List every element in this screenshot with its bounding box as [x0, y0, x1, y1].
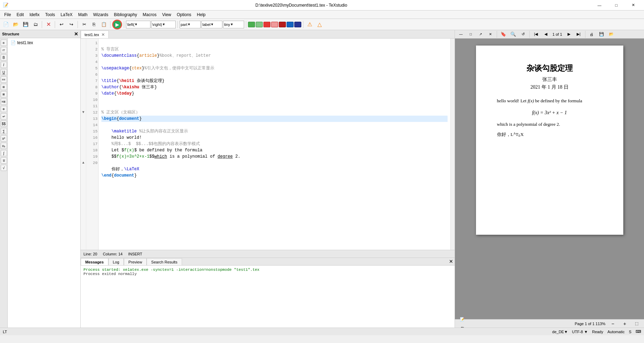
sidebar-icon-15[interactable]: x₁ — [1, 143, 7, 149]
editor-tab-test1[interactable]: test1.tex ✕ — [81, 30, 109, 38]
code-editor[interactable]: % 导言区 \documentclass{article}%book、repor… — [99, 39, 450, 250]
save-button[interactable]: 💾 — [21, 20, 30, 29]
minimize-button[interactable]: — — [591, 0, 608, 11]
prev-sep1 — [497, 31, 497, 38]
status-encoding[interactable]: UTF-8 ▼ — [572, 330, 588, 334]
pdf-para-1: hello world! Let f(x) be defined by the … — [497, 97, 602, 105]
preview-tb4[interactable]: ✕ — [486, 30, 495, 39]
cut-button[interactable]: ✂ — [80, 20, 89, 29]
structure-panel: Structure ✕ ≡ IT B I U ≡≡ ⊞ ⊠ ≡⊞ ⊕ ↵ $$ — [0, 30, 81, 328]
menu-view[interactable]: View — [159, 11, 174, 19]
tab-close-button[interactable]: ✕ — [101, 32, 105, 37]
preview-tb3[interactable]: ↗ — [476, 30, 485, 39]
sidebar-icon-4[interactable]: I — [1, 62, 7, 68]
preview-zoom-out[interactable]: − — [608, 320, 617, 328]
menu-edit[interactable]: Edit — [14, 11, 27, 19]
sidebar-icon-13[interactable]: ∑ — [1, 128, 7, 134]
menu-idefix[interactable]: Idefix — [27, 11, 42, 19]
sidebar-icon-17[interactable]: ∓ — [1, 157, 7, 164]
sidebar-icon-6[interactable]: ≡≡ — [1, 76, 7, 83]
right-bracket-dropdown[interactable]: \right) ▾ — [151, 21, 176, 28]
save-all-button[interactable]: 🗂 — [31, 20, 40, 29]
sidebar-icon-1[interactable]: ≡ — [1, 40, 7, 46]
sidebar-icon-12[interactable]: $$ — [1, 121, 7, 127]
darkblue-block[interactable] — [294, 22, 301, 27]
sidebar-icon-7[interactable]: ⊞ — [1, 84, 7, 90]
preview-annotate1[interactable]: 📝 — [458, 315, 467, 324]
paste-button[interactable]: 📋 — [99, 20, 108, 29]
preview-sync[interactable]: ↺ — [518, 30, 528, 39]
sidebar-icon-2[interactable]: IT — [1, 47, 7, 53]
status-locale[interactable]: de_DE▼ — [552, 330, 568, 334]
sidebar-icon-3[interactable]: B — [1, 54, 7, 61]
part-dropdown[interactable]: part ▾ — [180, 21, 201, 28]
left-bracket-dropdown[interactable]: \left( ▾ — [126, 21, 150, 28]
preview-tb1[interactable]: — — [456, 30, 465, 39]
sidebar-icon-14[interactable]: x² — [1, 135, 7, 142]
open-button[interactable]: 📂 — [11, 20, 20, 29]
preview-zoom-in[interactable]: + — [620, 320, 629, 328]
menu-options[interactable]: Options — [174, 11, 194, 19]
maximize-button[interactable]: □ — [608, 0, 624, 11]
keyboard-icon[interactable]: ⌨ — [636, 329, 641, 334]
preview-prev[interactable]: ◀ — [541, 30, 550, 39]
sidebar-icon-18[interactable]: √ — [1, 165, 7, 171]
redo-button[interactable]: ↪ — [67, 20, 76, 29]
sep5 — [124, 21, 124, 28]
warning2-icon[interactable]: △ — [315, 20, 324, 29]
sidebar-icon-9[interactable]: ≡⊞ — [1, 98, 7, 105]
green-block1[interactable] — [248, 22, 255, 27]
output-tab-messages[interactable]: Messages — [81, 258, 108, 265]
preview-annotate2[interactable]: ✏ — [458, 324, 467, 328]
output-tab-search-results[interactable]: Search Results — [147, 258, 182, 265]
output-tab-preview[interactable]: Preview — [124, 258, 147, 265]
menu-tools[interactable]: Tools — [42, 11, 58, 19]
preview-tb2[interactable]: □ — [466, 30, 475, 39]
new-button[interactable]: 📄 — [1, 20, 11, 29]
sidebar-icon-16[interactable]: ∫ — [1, 150, 7, 156]
sidebar-icon-10[interactable]: ⊕ — [1, 106, 7, 112]
input-method-icon[interactable]: S — [629, 330, 631, 334]
preview-first[interactable]: |◀ — [531, 30, 541, 39]
run-button[interactable]: ▶ — [112, 20, 122, 29]
menu-help[interactable]: Help — [194, 11, 208, 19]
undo-button[interactable]: ↩ — [57, 20, 66, 29]
editor-scrollbar[interactable] — [450, 39, 455, 250]
editor-statusbar: Line: 20 Column: 14 INSERT — [81, 250, 455, 258]
tree-item-test1[interactable]: 📄 test1.tex — [9, 40, 79, 46]
preview-bookmark[interactable]: 🔖 — [499, 30, 508, 39]
output-tab-log[interactable]: Log — [108, 258, 124, 265]
blue-block1[interactable] — [287, 22, 294, 27]
preview-fit[interactable]: ⬚ — [632, 320, 641, 328]
sidebar-icon-5[interactable]: U — [1, 69, 7, 75]
preview-print[interactable]: 🖨 — [587, 30, 596, 39]
preview-next[interactable]: ▶ — [564, 30, 573, 39]
red-block3[interactable] — [279, 22, 286, 27]
preview-save[interactable]: 💾 — [597, 30, 606, 39]
menu-macros[interactable]: Macros — [140, 11, 159, 19]
menu-bibliography[interactable]: Bibliography — [111, 11, 140, 19]
line-numbers: 12345 678910 1112131415 1617181920 — [86, 39, 99, 250]
size-dropdown[interactable]: tiny ▾ — [223, 21, 244, 28]
copy-button[interactable]: ⎘ — [89, 20, 99, 29]
preview-open[interactable]: 📂 — [607, 30, 616, 39]
sidebar-icon-11[interactable]: ↵ — [1, 113, 7, 119]
menu-latex[interactable]: LaTeX — [58, 11, 75, 19]
warning-icon[interactable]: ⚠ — [305, 20, 314, 29]
label-dropdown[interactable]: label ▾ — [201, 21, 222, 28]
preview-last[interactable]: ▶| — [574, 30, 583, 39]
close-button[interactable]: ✕ — [625, 0, 641, 11]
menu-file[interactable]: File — [1, 11, 14, 19]
menu-math[interactable]: Math — [75, 11, 90, 19]
red-block2[interactable] — [271, 22, 278, 27]
red-block1[interactable] — [263, 22, 270, 27]
menu-wizards[interactable]: Wizards — [90, 11, 111, 19]
sidebar-icon-8[interactable]: ⊠ — [1, 91, 7, 97]
green-block2[interactable] — [256, 22, 263, 27]
preview-search[interactable]: 🔍 — [509, 30, 518, 39]
preview-content[interactable]: 杂谈勾股定理 张三丰 2021 年 1 月 18 日 hello world! … — [455, 39, 644, 319]
stop-button[interactable]: ✕ — [44, 20, 53, 29]
editor-content[interactable]: ▼ ▲ 12345 678910 1112131415 — [81, 39, 455, 250]
structure-close-button[interactable]: ✕ — [74, 31, 78, 37]
output-close-button[interactable]: ✕ — [449, 258, 453, 265]
